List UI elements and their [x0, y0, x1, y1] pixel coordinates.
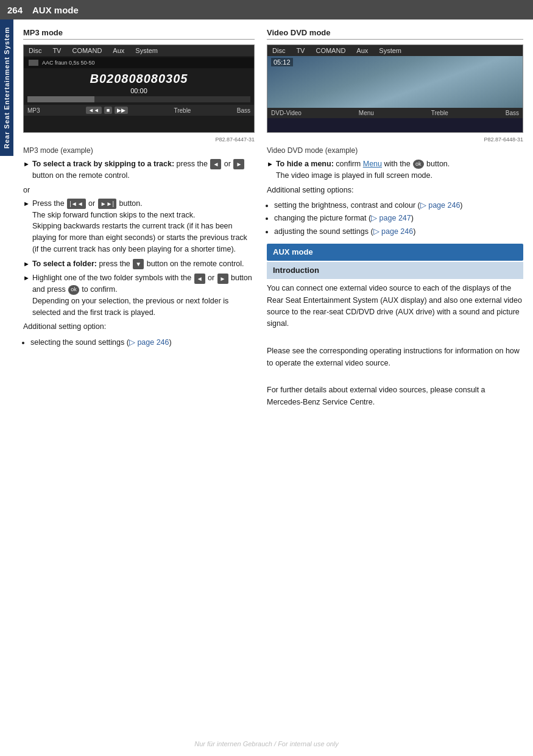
mp3-progress-bar — [27, 96, 250, 102]
dvd-body-text: ► To hide a menu: confirm Menu with the … — [267, 158, 523, 408]
mp3-screenshot: Disc TV COMAND Aux System AAC fraun 0,5s… — [23, 44, 255, 133]
footer-watermark: Nur für internen Gebrauch / For internal… — [0, 740, 533, 747]
dvd-bullet-3: adjusting the sound settings (▷ page 246… — [274, 226, 523, 238]
mp3-ff-btn[interactable]: ▶▶ — [115, 107, 128, 114]
dvd-menu-aux: Aux — [356, 47, 368, 54]
mp3-menu-tv: TV — [52, 47, 61, 54]
dvd-video-area: 05:12 — [267, 56, 523, 108]
dvd-section-title: Video DVD mode — [267, 28, 523, 40]
dvd-bottom-bar: DVD-Video Menu Treble Bass — [267, 108, 523, 118]
mp3-select-track-text: To select a track by skipping to a track… — [32, 158, 255, 182]
dvd-bullet-list: setting the brightness, contrast and col… — [274, 200, 523, 238]
mp3-rew-btn[interactable]: ◄◄ — [86, 107, 102, 114]
mp3-aac-info: AAC fraun 0,5s 50-50 — [42, 60, 95, 66]
mp3-item-select-track: ► To select a track by skipping to a tra… — [23, 158, 255, 182]
dvd-bullet-1: setting the brightness, contrast and col… — [274, 200, 523, 211]
mp3-item-highlight-folder: ► Highlight one of the two folder symbol… — [23, 272, 255, 318]
mp3-folder-bold: To select a folder: — [32, 260, 97, 268]
mp3-bullet-1: selecting the sound settings (▷ page 246… — [30, 337, 255, 348]
dvd-menu-tv: TV — [296, 47, 305, 54]
intro-para-2: Please see the corresponding operating i… — [267, 345, 523, 369]
mp3-bass-label: Bass — [237, 107, 250, 114]
mp3-track-time: 00:00 — [24, 87, 254, 94]
dvd-bass-label: Bass — [506, 110, 519, 116]
dvd-menu-label: Menu — [359, 110, 374, 116]
mp3-caption: MP3 mode (example) — [23, 146, 255, 155]
arrow-icon-4: ► — [23, 273, 30, 283]
dvd-treble-label: Treble — [431, 110, 448, 116]
mp3-down-btn[interactable]: ▼ — [133, 259, 144, 269]
side-tab-label: Rear Seat Entertainment System — [3, 27, 10, 149]
mp3-stop-btn[interactable]: ■ — [104, 107, 112, 114]
arrow-icon-dvd-1: ► — [267, 159, 274, 169]
page-number: 264 — [7, 5, 23, 15]
mp3-treble-label: Treble — [174, 107, 191, 114]
dvd-video-label: DVD-Video — [271, 110, 302, 116]
mp3-sub-icon — [29, 60, 38, 66]
arrow-icon-2: ► — [23, 199, 30, 209]
mp3-skip-text: Press the |◄◄ or ►►| button. The skip fo… — [32, 198, 255, 255]
dvd-ok-btn[interactable]: ok — [413, 160, 424, 169]
dvd-page-ref-1: ▷ page 246 — [420, 201, 461, 210]
mp3-bullet-list: selecting the sound settings (▷ page 246… — [30, 337, 255, 348]
mp3-btn-group: ◄◄ ■ ▶▶ — [86, 107, 128, 114]
mp3-menu-bar: Disc TV COMAND Aux System — [24, 45, 254, 56]
mp3-or-text: or — [23, 185, 255, 196]
mp3-item-select-folder: ► To select a folder: press the ▼ button… — [23, 258, 255, 270]
dvd-item-hide-menu: ► To hide a menu: confirm Menu with the … — [267, 158, 523, 182]
mp3-prev-btn[interactable]: ◄ — [210, 159, 221, 169]
dvd-timestamp: 05:12 — [271, 58, 293, 66]
dvd-menu-bar: Disc TV COMAND Aux System — [267, 45, 523, 56]
mp3-bottom-bar: MP3 ◄◄ ■ ▶▶ Treble Bass — [24, 105, 254, 116]
mp3-next-track-btn[interactable]: ►►| — [98, 199, 116, 209]
mp3-next-btn[interactable]: ► — [233, 159, 244, 169]
dvd-additional-label: Additional setting options: — [267, 185, 523, 196]
mp3-folder-text: To select a folder: press the ▼ button o… — [32, 258, 244, 270]
header-bar: 264 AUX mode — [0, 0, 533, 19]
dvd-menu-ref: Menu — [363, 160, 382, 168]
mp3-label: MP3 — [27, 107, 40, 114]
mp3-hl-prev-btn[interactable]: ◄ — [194, 274, 205, 284]
mp3-menu-comand: COMAND — [72, 47, 102, 54]
mp3-menu-system: System — [135, 47, 158, 54]
mp3-screenshot-ref: P82.87-6447-31 — [23, 136, 255, 143]
mp3-menu-aux: Aux — [113, 47, 124, 54]
mp3-menu-disc: Disc — [29, 47, 41, 54]
arrow-icon-3: ► — [23, 259, 30, 269]
dvd-caption: Video DVD mode (example) — [267, 146, 523, 155]
aux-mode-banner: AUX mode — [267, 244, 523, 261]
mp3-additional-label: Additional setting option: — [23, 321, 255, 333]
mp3-track-id: B020808080305 — [24, 69, 254, 87]
dvd-hide-menu-bold: To hide a menu: — [276, 160, 334, 168]
mp3-track-info: AAC fraun 0,5s 50-50 — [24, 57, 254, 68]
intro-para-3: For further details about external video… — [267, 384, 523, 408]
mp3-prev-track-btn[interactable]: |◄◄ — [67, 199, 85, 209]
mp3-hl-next-btn[interactable]: ► — [217, 274, 228, 284]
right-column: Video DVD mode Disc TV COMAND Aux System… — [267, 28, 523, 412]
dvd-page-ref-2: ▷ page 247 — [371, 214, 411, 222]
dvd-screenshot: Disc TV COMAND Aux System 05:12 DVD-Vide… — [267, 44, 523, 133]
dvd-page-ref-3: ▷ page 246 — [373, 227, 414, 236]
page-title: AUX mode — [32, 5, 79, 15]
dvd-hide-menu-text: To hide a menu: confirm Menu with the ok… — [276, 158, 450, 182]
dvd-menu-disc: Disc — [272, 47, 285, 54]
left-column: MP3 mode Disc TV COMAND Aux System AAC f… — [23, 28, 255, 412]
mp3-highlight-text: Highlight one of the two folder symbols … — [32, 272, 255, 318]
dvd-menu-system: System — [379, 47, 401, 54]
dvd-screenshot-ref: P82.87-6448-31 — [267, 136, 523, 143]
mp3-section-title: MP3 mode — [23, 28, 255, 40]
intro-banner: Introduction — [267, 262, 523, 279]
arrow-icon-1: ► — [23, 159, 30, 169]
mp3-select-track-bold: To select a track by skipping to a track… — [32, 160, 174, 168]
mp3-progress-fill — [27, 96, 94, 102]
mp3-page-ref-1: ▷ page 246 — [129, 338, 169, 347]
mp3-item-skip: ► Press the |◄◄ or ►►| button. The skip … — [23, 198, 255, 255]
intro-para-1: You can connect one external video sourc… — [267, 283, 523, 330]
mp3-ok-btn[interactable]: ok — [68, 285, 79, 295]
page-wrapper: 264 AUX mode Rear Seat Entertainment Sys… — [0, 0, 533, 756]
main-content: MP3 mode Disc TV COMAND Aux System AAC f… — [13, 19, 533, 420]
dvd-menu-comand: COMAND — [316, 47, 345, 54]
dvd-bullet-2: changing the picture format (▷ page 247) — [274, 213, 523, 224]
mp3-body-text: ► To select a track by skipping to a tra… — [23, 158, 255, 348]
side-tab: Rear Seat Entertainment System — [0, 19, 13, 156]
